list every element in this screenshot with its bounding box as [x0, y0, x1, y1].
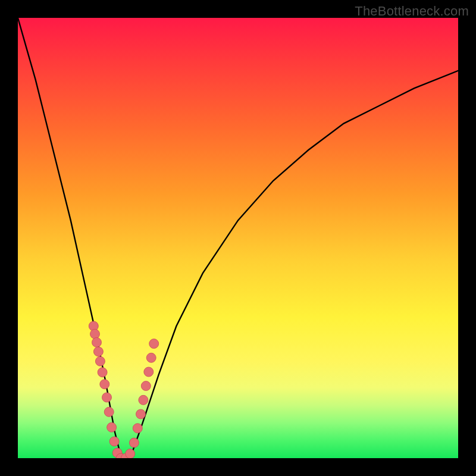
marker-dot	[133, 424, 142, 433]
marker-dot	[102, 393, 112, 402]
marker-dot	[136, 409, 146, 419]
watermark-text: TheBottleneck.com	[355, 4, 469, 19]
marker-dot	[107, 422, 117, 432]
marker-dot	[104, 407, 114, 416]
marker-dot	[146, 353, 156, 362]
marker-dot	[109, 437, 119, 446]
marker-dot	[126, 449, 135, 458]
marker-dot	[149, 339, 159, 349]
marker-dot	[95, 356, 105, 366]
marker-dot	[141, 381, 151, 391]
marker-dot	[100, 380, 109, 389]
plot-area	[18, 18, 458, 458]
marker-dot	[129, 438, 139, 447]
marker-dot	[98, 368, 107, 377]
marker-dot	[92, 337, 102, 347]
marker-dot	[144, 367, 154, 377]
bottleneck-curve	[18, 18, 458, 458]
marker-points	[89, 321, 158, 458]
chart-svg	[18, 18, 458, 458]
marker-dot	[139, 395, 148, 405]
chart-frame: TheBottleneck.com	[0, 0, 476, 476]
marker-dot	[93, 347, 103, 356]
marker-dot	[90, 329, 100, 339]
